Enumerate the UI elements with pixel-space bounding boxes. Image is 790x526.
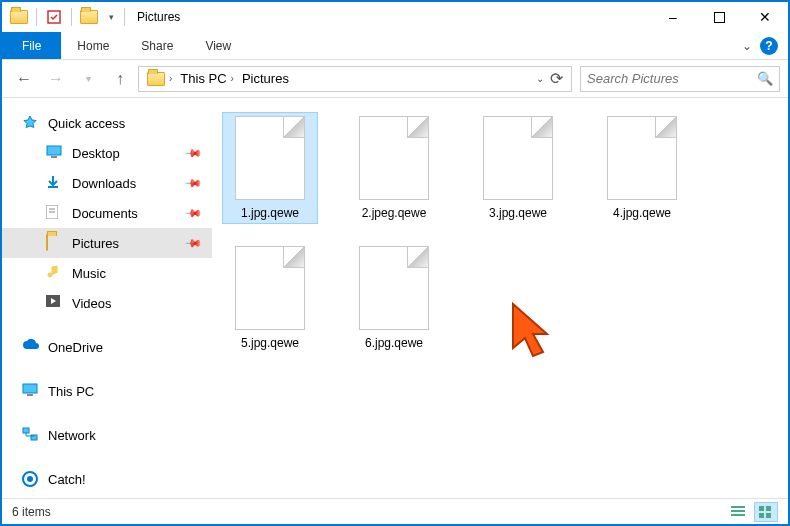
file-name: 3.jpg.qewe xyxy=(489,206,547,220)
file-name: 5.jpg.qewe xyxy=(241,336,299,350)
sidebar-catch[interactable]: Catch! xyxy=(2,464,212,494)
file-tab[interactable]: File xyxy=(2,32,61,59)
pin-icon: 📌 xyxy=(183,173,202,192)
breadcrumb-segment[interactable]: Pictures xyxy=(242,71,289,86)
folder-icon xyxy=(147,72,165,86)
search-input[interactable] xyxy=(587,71,757,86)
up-button[interactable]: ↑ xyxy=(106,65,134,93)
sidebar-item-videos[interactable]: Videos xyxy=(2,288,212,318)
svg-rect-16 xyxy=(731,514,745,516)
sidebar-network[interactable]: Network xyxy=(2,420,212,450)
file-item[interactable]: 3.jpg.qewe xyxy=(470,112,566,224)
breadcrumb-segment[interactable]: This PC xyxy=(180,71,226,86)
sidebar-item-label: Pictures xyxy=(72,236,119,251)
qat-dropdown-icon[interactable]: ▾ xyxy=(102,8,120,26)
svg-rect-17 xyxy=(759,506,764,511)
file-item[interactable]: 2.jpeg.qewe xyxy=(346,112,442,224)
svg-rect-2 xyxy=(47,146,61,155)
file-icon xyxy=(359,116,429,200)
sidebar-item-pictures[interactable]: Pictures📌 xyxy=(2,228,212,258)
svg-rect-10 xyxy=(23,428,29,433)
svg-rect-18 xyxy=(766,506,771,511)
navigation-pane: Quick access Desktop📌Downloads📌Documents… xyxy=(2,98,212,498)
icons-view-button[interactable] xyxy=(754,502,778,522)
file-icon xyxy=(483,116,553,200)
file-item[interactable]: 5.jpg.qewe xyxy=(222,242,318,354)
breadcrumb-dropdown-icon[interactable]: ⌄ xyxy=(536,73,544,84)
file-name: 6.jpg.qewe xyxy=(365,336,423,350)
sidebar-item-music[interactable]: Music xyxy=(2,258,212,288)
svg-rect-14 xyxy=(731,506,745,508)
pc-icon xyxy=(22,383,40,399)
home-tab[interactable]: Home xyxy=(61,32,125,59)
file-name: 4.jpg.qewe xyxy=(613,206,671,220)
sidebar-thispc[interactable]: This PC xyxy=(2,376,212,406)
file-icon xyxy=(235,116,305,200)
file-item[interactable]: 1.jpg.qewe xyxy=(222,112,318,224)
recent-dropdown[interactable]: ▾ xyxy=(74,65,102,93)
main-area: Quick access Desktop📌Downloads📌Documents… xyxy=(2,98,788,498)
sidebar-item-label: Network xyxy=(48,428,96,443)
file-icon xyxy=(359,246,429,330)
sidebar-onedrive[interactable]: OneDrive xyxy=(2,332,212,362)
sidebar-item-downloads[interactable]: Downloads📌 xyxy=(2,168,212,198)
star-icon xyxy=(22,115,40,131)
svg-point-13 xyxy=(27,476,33,482)
file-name: 2.jpeg.qewe xyxy=(362,206,427,220)
folder-icon xyxy=(46,295,64,311)
ribbon: File Home Share View ⌄ ? xyxy=(2,32,788,60)
search-box[interactable]: 🔍 xyxy=(580,66,780,92)
svg-rect-8 xyxy=(23,384,37,393)
sidebar-quickaccess[interactable]: Quick access xyxy=(2,108,212,138)
sidebar-item-label: Desktop xyxy=(72,146,120,161)
file-pane[interactable]: 1.jpg.qewe2.jpeg.qewe3.jpg.qewe4.jpg.qew… xyxy=(212,98,788,498)
catch-icon xyxy=(22,471,40,487)
view-tab[interactable]: View xyxy=(189,32,247,59)
folder-icon xyxy=(46,235,64,251)
breadcrumb[interactable]: › This PC› Pictures ⌄ ⟳ xyxy=(138,66,572,92)
svg-rect-15 xyxy=(731,510,745,512)
sidebar-item-label: Downloads xyxy=(72,176,136,191)
title-bar: ▾ Pictures – ✕ xyxy=(2,2,788,32)
address-bar: ← → ▾ ↑ › This PC› Pictures ⌄ ⟳ 🔍 xyxy=(2,60,788,98)
chevron-right-icon: › xyxy=(169,73,172,84)
chevron-right-icon: › xyxy=(231,73,234,84)
quick-access-toolbar: ▾ xyxy=(2,8,120,26)
share-tab[interactable]: Share xyxy=(125,32,189,59)
separator xyxy=(71,8,72,26)
pin-icon: 📌 xyxy=(183,203,202,222)
svg-rect-20 xyxy=(766,513,771,518)
back-button[interactable]: ← xyxy=(10,65,38,93)
svg-rect-19 xyxy=(759,513,764,518)
maximize-button[interactable] xyxy=(696,2,742,32)
folder-icon xyxy=(46,205,64,221)
sidebar-item-label: Music xyxy=(72,266,106,281)
ribbon-expand-icon[interactable]: ⌄ xyxy=(742,39,752,53)
sidebar-item-documents[interactable]: Documents📌 xyxy=(2,198,212,228)
folder-icon[interactable] xyxy=(80,8,98,26)
minimize-button[interactable]: – xyxy=(650,2,696,32)
file-item[interactable]: 6.jpg.qewe xyxy=(346,242,442,354)
separator xyxy=(124,8,125,26)
details-view-button[interactable] xyxy=(726,502,750,522)
file-icon xyxy=(235,246,305,330)
sidebar-item-label: Quick access xyxy=(48,116,125,131)
properties-icon[interactable] xyxy=(45,8,63,26)
folder-icon xyxy=(10,8,28,26)
search-icon[interactable]: 🔍 xyxy=(757,71,773,86)
sidebar-item-desktop[interactable]: Desktop📌 xyxy=(2,138,212,168)
refresh-icon[interactable]: ⟳ xyxy=(550,69,563,88)
cloud-icon xyxy=(22,339,40,355)
sidebar-item-label: OneDrive xyxy=(48,340,103,355)
file-item[interactable]: 4.jpg.qewe xyxy=(594,112,690,224)
close-button[interactable]: ✕ xyxy=(742,2,788,32)
help-icon[interactable]: ? xyxy=(760,37,778,55)
sidebar-item-label: Documents xyxy=(72,206,138,221)
separator xyxy=(36,8,37,26)
file-icon xyxy=(607,116,677,200)
forward-button[interactable]: → xyxy=(42,65,70,93)
svg-rect-3 xyxy=(51,156,57,158)
folder-icon xyxy=(46,265,64,281)
svg-rect-9 xyxy=(27,394,33,396)
status-bar: 6 items xyxy=(2,498,788,524)
